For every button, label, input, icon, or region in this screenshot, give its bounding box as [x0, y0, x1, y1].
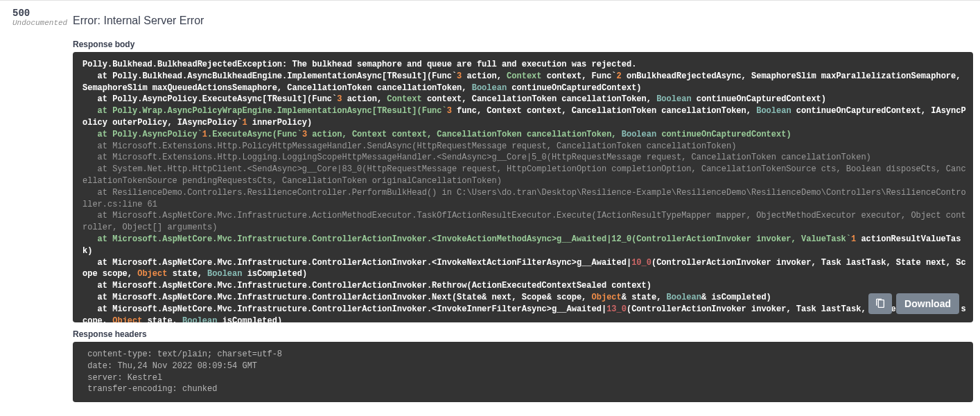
- stack-line: at Microsoft.AspNetCore.Mvc.Infrastructu…: [82, 257, 969, 281]
- stack-line: at Microsoft.AspNetCore.Mvc.Infrastructu…: [82, 304, 969, 322]
- stack-line: at Microsoft.AspNetCore.Mvc.Infrastructu…: [82, 234, 969, 257]
- stack-line: at Microsoft.AspNetCore.Mvc.Infrastructu…: [82, 292, 969, 304]
- undocumented-label: Undocumented: [12, 19, 73, 27]
- stack-line: at Microsoft.AspNetCore.Mvc.Infrastructu…: [82, 280, 969, 292]
- clipboard-icon: [875, 298, 886, 309]
- detail-col: Error: Internal Server Error Response bo…: [73, 1, 980, 409]
- response-body-block: Polly.Bulkhead.BulkheadRejectedException…: [73, 52, 973, 322]
- response-row: 500 Undocumented Error: Internal Server …: [0, 0, 980, 409]
- svg-rect-0: [878, 300, 884, 308]
- stack-line: at Polly.Wrap.AsyncPolicyWrapEngine.Impl…: [82, 105, 969, 129]
- stack-line: at Microsoft.Extensions.Http.PolicyHttpM…: [82, 141, 969, 153]
- copy-button[interactable]: [868, 293, 892, 314]
- stack-line: at Polly.AsyncPolicy.ExecuteAsync[TResul…: [82, 94, 969, 105]
- response-headers-block: content-type: text/plain; charset=utf-8 …: [73, 342, 973, 402]
- status-code: 500: [12, 8, 73, 19]
- response-headers-label: Response headers: [73, 329, 973, 339]
- stack-line: at Polly.Bulkhead.AsyncBulkheadEngine.Im…: [82, 71, 969, 94]
- stack-line: at ResilienceDemo.Controllers.Resilience…: [82, 187, 969, 211]
- error-title: Error: Internal Server Error: [73, 8, 973, 40]
- download-button[interactable]: Download: [896, 293, 959, 314]
- stack-trace[interactable]: Polly.Bulkhead.BulkheadRejectedException…: [73, 52, 973, 322]
- stack-line: at Polly.AsyncPolicy`1.ExecuteAsync(Func…: [82, 129, 969, 141]
- stack-line: Polly.Bulkhead.BulkheadRejectedException…: [82, 59, 969, 71]
- status-col: 500 Undocumented: [0, 1, 73, 409]
- stack-line: at Microsoft.AspNetCore.Mvc.Infrastructu…: [82, 210, 969, 234]
- response-body-label: Response body: [73, 40, 973, 49]
- stack-line: at System.Net.Http.HttpClient.<SendAsync…: [82, 164, 969, 187]
- stack-line: at Microsoft.Extensions.Http.Logging.Log…: [82, 152, 969, 164]
